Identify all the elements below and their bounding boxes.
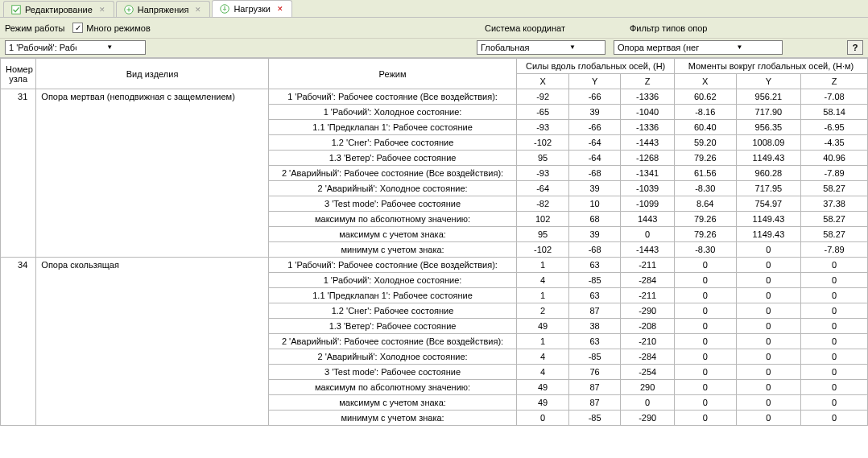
cell-mz: -4.35 [801,135,868,151]
cell-mz: 0 [801,288,868,303]
cell-fx: 102 [517,212,569,227]
cell-product: Опора скользящая [36,258,268,426]
cell-fx: -93 [517,120,569,135]
cell-mode: 1 'Рабочий': Рабочее состояние (Все возд… [268,258,517,273]
combo-value: Опора мертвая (неподвижная с за... [618,43,699,52]
cell-mz: 0 [801,411,868,426]
cell-fz: -211 [621,288,675,303]
close-icon[interactable]: ✕ [97,5,107,14]
cell-fx: -92 [517,89,569,105]
cell-mz: -7.08 [801,89,868,105]
cell-fz: -284 [621,273,675,288]
table-container[interactable]: Номер узла Вид изделия Режим Силы вдоль … [0,58,868,458]
cell-mode: 1 'Рабочий': Рабочее состояние (Все возд… [268,89,517,105]
cell-mz: 0 [801,273,868,288]
cell-fx: -93 [517,166,569,181]
cell-fx: -82 [517,196,569,212]
tab-editing[interactable]: Редактирование ✕ [3,1,114,17]
cell-fy: -66 [568,89,621,105]
header-mx[interactable]: X [674,74,736,89]
close-icon[interactable]: ✕ [275,4,285,14]
cell-fz: -1443 [621,135,675,151]
tab-stresses[interactable]: Напряжения ✕ [116,1,211,17]
cell-product: Опора мертвая (неподвижная с защемлением… [36,89,268,258]
controls-row-2: 1 'Рабочий': Рабочее состо... ▼ Глобальн… [0,39,868,58]
tab-label: Редактирование [25,5,93,14]
cell-mx: 79.26 [674,212,736,227]
cell-my: 717.90 [736,105,801,120]
coord-system-label: Система координат [485,23,622,33]
header-forces[interactable]: Силы вдоль глобальных осей, (Н) [517,59,675,74]
cell-my: 0 [736,334,801,349]
cell-mode: максимум с учетом знака: [268,227,517,242]
mode-combo[interactable]: 1 'Рабочий': Рабочее состо... ▼ [5,40,146,55]
cell-fx: 1 [517,334,569,349]
cell-mode: минимум с учетом знака: [268,242,517,258]
cell-fz: -1443 [621,242,675,258]
header-node[interactable]: Номер узла [1,59,36,89]
help-button[interactable]: ? [847,40,863,55]
cell-fy: 63 [568,288,621,303]
tab-loads[interactable]: Нагрузки ✕ [212,0,292,17]
cell-fy: 39 [568,181,621,196]
coord-system-combo[interactable]: Глобальная ▼ [477,40,606,55]
cell-my: 0 [736,349,801,365]
cell-fx: 4 [517,273,569,288]
header-moments[interactable]: Моменты вокруг глобальных осей, (Н·м) [674,59,867,74]
header-mode[interactable]: Режим [268,59,517,89]
cell-my: 0 [736,365,801,380]
header-fz[interactable]: Z [621,74,675,89]
cell-fy: -85 [568,349,621,365]
cell-fz: -211 [621,258,675,273]
cell-mz: 0 [801,258,868,273]
cell-my: 956.35 [736,120,801,135]
cell-mx: 61.56 [674,166,736,181]
chevron-down-icon: ▼ [542,43,603,51]
cell-mode: 1.2 'Снег': Рабочее состояние [268,303,517,319]
cell-fy: -85 [568,411,621,426]
cell-mx: 0 [674,258,736,273]
stress-icon [123,4,134,15]
cell-fx: 49 [517,319,569,334]
close-icon[interactable]: ✕ [193,5,203,14]
cell-fx: 49 [517,395,569,411]
cell-node: 34 [1,258,36,426]
cell-node: 31 [1,89,36,258]
cell-mx: 79.26 [674,151,736,166]
table-row[interactable]: 34Опора скользящая1 'Рабочий': Рабочее с… [1,258,868,273]
cell-mz: 0 [801,365,868,380]
cell-fz: -254 [621,365,675,380]
cell-fz: -1341 [621,166,675,181]
header-fy[interactable]: Y [568,74,621,89]
cell-fz: 290 [621,380,675,395]
header-mz[interactable]: Z [801,74,868,89]
cell-mx: 60.40 [674,120,736,135]
support-filter-combo[interactable]: Опора мертвая (неподвижная с за... ▼ [614,40,783,55]
cell-fx: 4 [517,365,569,380]
header-product[interactable]: Вид изделия [36,59,268,89]
multi-modes-checkbox[interactable]: ✓ Много режимов [72,23,150,33]
cell-mz: -7.89 [801,166,868,181]
cell-mx: 0 [674,288,736,303]
cell-my: 0 [736,395,801,411]
cell-mode: 1.3 'Ветер': Рабочее состояние [268,319,517,334]
cell-fz: -1336 [621,89,675,105]
table-row[interactable]: 31Опора мертвая (неподвижная с защемлени… [1,89,868,105]
cell-my: 754.97 [736,196,801,212]
cell-mz: 58.27 [801,181,868,196]
cell-fx: 1 [517,258,569,273]
cell-fz: -290 [621,303,675,319]
edit-icon [10,4,22,15]
cell-my: 717.95 [736,181,801,196]
cell-mz: -7.89 [801,242,868,258]
cell-fx: -102 [517,242,569,258]
checkbox-label: Много режимов [86,23,150,33]
header-fx[interactable]: X [517,74,569,89]
cell-fz: -1268 [621,151,675,166]
tab-label: Напряжения [138,5,189,14]
header-my[interactable]: Y [736,74,801,89]
chevron-down-icon: ▼ [699,43,780,51]
cell-mode: 1 'Рабочий': Холодное состояние: [268,105,517,120]
cell-fy: 87 [568,303,621,319]
cell-my: 1149.43 [736,227,801,242]
